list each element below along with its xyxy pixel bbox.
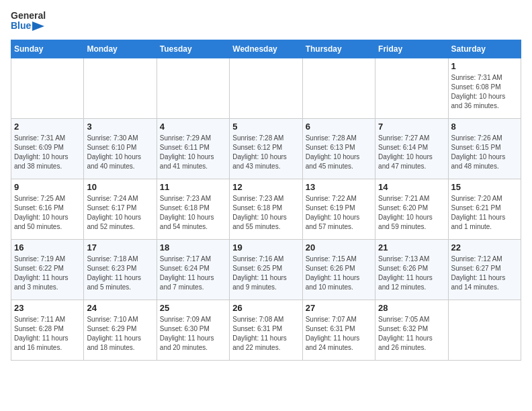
day-number: 8 xyxy=(451,122,518,132)
day-info: Sunrise: 7:28 AM Sunset: 6:12 PM Dayligh… xyxy=(232,134,299,171)
calendar-cell: 26Sunrise: 7:08 AM Sunset: 6:31 PM Dayli… xyxy=(230,300,302,360)
calendar-cell xyxy=(375,58,448,118)
calendar-cell: 3Sunrise: 7:30 AM Sunset: 6:10 PM Daylig… xyxy=(84,118,157,179)
day-number: 19 xyxy=(232,242,299,253)
calendar-cell: 27Sunrise: 7:07 AM Sunset: 6:31 PM Dayli… xyxy=(302,300,375,360)
calendar-cell xyxy=(302,58,375,118)
calendar-cell xyxy=(448,300,521,360)
calendar-cell: 25Sunrise: 7:09 AM Sunset: 6:30 PM Dayli… xyxy=(157,300,229,360)
calendar-cell: 8Sunrise: 7:26 AM Sunset: 6:15 PM Daylig… xyxy=(448,118,521,179)
calendar-cell: 20Sunrise: 7:15 AM Sunset: 6:26 PM Dayli… xyxy=(302,239,375,300)
day-info: Sunrise: 7:31 AM Sunset: 6:08 PM Dayligh… xyxy=(451,73,518,111)
logo: General Blue xyxy=(11,11,46,32)
day-info: Sunrise: 7:16 AM Sunset: 6:25 PM Dayligh… xyxy=(232,255,299,292)
day-info: Sunrise: 7:26 AM Sunset: 6:15 PM Dayligh… xyxy=(451,134,518,171)
calendar-cell: 7Sunrise: 7:27 AM Sunset: 6:14 PM Daylig… xyxy=(375,118,448,179)
calendar-cell xyxy=(230,58,302,118)
day-number: 9 xyxy=(14,182,81,192)
day-number: 18 xyxy=(160,242,226,253)
calendar-table: SundayMondayTuesdayWednesdayThursdayFrid… xyxy=(11,40,521,361)
day-number: 28 xyxy=(378,303,445,313)
day-number: 21 xyxy=(378,242,445,253)
calendar-cell: 1Sunrise: 7:31 AM Sunset: 6:08 PM Daylig… xyxy=(448,58,521,118)
col-header-sunday: Sunday xyxy=(11,40,84,58)
day-number: 10 xyxy=(87,182,153,192)
logo-container: General Blue xyxy=(11,11,46,32)
day-number: 16 xyxy=(14,242,81,253)
day-number: 26 xyxy=(232,303,299,313)
calendar-cell: 17Sunrise: 7:18 AM Sunset: 6:23 PM Dayli… xyxy=(84,239,157,300)
calendar-cell: 2Sunrise: 7:31 AM Sunset: 6:09 PM Daylig… xyxy=(11,118,84,179)
day-number: 14 xyxy=(378,182,445,192)
day-info: Sunrise: 7:05 AM Sunset: 6:32 PM Dayligh… xyxy=(378,315,445,353)
day-info: Sunrise: 7:19 AM Sunset: 6:22 PM Dayligh… xyxy=(14,255,81,292)
calendar-cell xyxy=(157,58,229,118)
day-info: Sunrise: 7:22 AM Sunset: 6:19 PM Dayligh… xyxy=(306,194,372,232)
calendar-cell: 15Sunrise: 7:20 AM Sunset: 6:21 PM Dayli… xyxy=(448,179,521,239)
page-header: General Blue xyxy=(11,11,521,32)
day-number: 2 xyxy=(14,122,81,132)
day-number: 20 xyxy=(306,242,372,253)
day-number: 7 xyxy=(378,122,445,132)
day-number: 3 xyxy=(87,122,153,132)
col-header-friday: Friday xyxy=(375,40,448,58)
day-info: Sunrise: 7:30 AM Sunset: 6:10 PM Dayligh… xyxy=(87,134,153,171)
calendar-cell xyxy=(11,58,84,118)
calendar-cell: 28Sunrise: 7:05 AM Sunset: 6:32 PM Dayli… xyxy=(375,300,448,360)
day-number: 22 xyxy=(451,242,518,253)
day-info: Sunrise: 7:23 AM Sunset: 6:18 PM Dayligh… xyxy=(232,194,299,232)
calendar-cell xyxy=(84,58,157,118)
day-number: 25 xyxy=(160,303,226,313)
calendar-cell: 16Sunrise: 7:19 AM Sunset: 6:22 PM Dayli… xyxy=(11,239,84,300)
day-number: 27 xyxy=(306,303,372,313)
col-header-wednesday: Wednesday xyxy=(230,40,302,58)
day-info: Sunrise: 7:31 AM Sunset: 6:09 PM Dayligh… xyxy=(14,134,81,171)
day-info: Sunrise: 7:18 AM Sunset: 6:23 PM Dayligh… xyxy=(87,255,153,292)
calendar-cell: 6Sunrise: 7:28 AM Sunset: 6:13 PM Daylig… xyxy=(302,118,375,179)
day-info: Sunrise: 7:15 AM Sunset: 6:26 PM Dayligh… xyxy=(306,255,372,292)
col-header-monday: Monday xyxy=(84,40,157,58)
calendar-cell: 14Sunrise: 7:21 AM Sunset: 6:20 PM Dayli… xyxy=(375,179,448,239)
day-info: Sunrise: 7:25 AM Sunset: 6:16 PM Dayligh… xyxy=(14,194,81,232)
day-info: Sunrise: 7:09 AM Sunset: 6:30 PM Dayligh… xyxy=(160,315,226,353)
day-number: 4 xyxy=(160,122,226,132)
day-info: Sunrise: 7:11 AM Sunset: 6:28 PM Dayligh… xyxy=(14,315,81,353)
day-info: Sunrise: 7:28 AM Sunset: 6:13 PM Dayligh… xyxy=(306,134,372,171)
calendar-cell: 5Sunrise: 7:28 AM Sunset: 6:12 PM Daylig… xyxy=(230,118,302,179)
logo-general: General xyxy=(11,11,46,21)
day-info: Sunrise: 7:20 AM Sunset: 6:21 PM Dayligh… xyxy=(451,194,518,232)
day-number: 5 xyxy=(232,122,299,132)
day-number: 1 xyxy=(451,61,518,71)
calendar-cell: 11Sunrise: 7:23 AM Sunset: 6:18 PM Dayli… xyxy=(157,179,229,239)
day-number: 13 xyxy=(306,182,372,192)
day-number: 17 xyxy=(87,242,153,253)
day-info: Sunrise: 7:24 AM Sunset: 6:17 PM Dayligh… xyxy=(87,194,153,232)
calendar-cell: 4Sunrise: 7:29 AM Sunset: 6:11 PM Daylig… xyxy=(157,118,229,179)
calendar-cell: 24Sunrise: 7:10 AM Sunset: 6:29 PM Dayli… xyxy=(84,300,157,360)
calendar-cell: 18Sunrise: 7:17 AM Sunset: 6:24 PM Dayli… xyxy=(157,239,229,300)
day-number: 11 xyxy=(160,182,226,192)
calendar-cell: 22Sunrise: 7:12 AM Sunset: 6:27 PM Dayli… xyxy=(448,239,521,300)
col-header-saturday: Saturday xyxy=(448,40,521,58)
day-info: Sunrise: 7:17 AM Sunset: 6:24 PM Dayligh… xyxy=(160,255,226,292)
day-number: 24 xyxy=(87,303,153,313)
day-info: Sunrise: 7:07 AM Sunset: 6:31 PM Dayligh… xyxy=(306,315,372,353)
day-info: Sunrise: 7:08 AM Sunset: 6:31 PM Dayligh… xyxy=(232,315,299,353)
calendar-cell: 21Sunrise: 7:13 AM Sunset: 6:26 PM Dayli… xyxy=(375,239,448,300)
logo-arrow-icon xyxy=(32,21,44,31)
logo-blue: Blue xyxy=(11,21,31,31)
svg-marker-0 xyxy=(32,21,44,31)
day-info: Sunrise: 7:10 AM Sunset: 6:29 PM Dayligh… xyxy=(87,315,153,353)
day-info: Sunrise: 7:29 AM Sunset: 6:11 PM Dayligh… xyxy=(160,134,226,171)
day-info: Sunrise: 7:23 AM Sunset: 6:18 PM Dayligh… xyxy=(160,194,226,232)
day-number: 6 xyxy=(306,122,372,132)
calendar-cell: 12Sunrise: 7:23 AM Sunset: 6:18 PM Dayli… xyxy=(230,179,302,239)
calendar-cell: 23Sunrise: 7:11 AM Sunset: 6:28 PM Dayli… xyxy=(11,300,84,360)
day-info: Sunrise: 7:12 AM Sunset: 6:27 PM Dayligh… xyxy=(451,255,518,292)
col-header-thursday: Thursday xyxy=(302,40,375,58)
col-header-tuesday: Tuesday xyxy=(157,40,229,58)
day-info: Sunrise: 7:27 AM Sunset: 6:14 PM Dayligh… xyxy=(378,134,445,171)
day-info: Sunrise: 7:13 AM Sunset: 6:26 PM Dayligh… xyxy=(378,255,445,292)
calendar-cell: 19Sunrise: 7:16 AM Sunset: 6:25 PM Dayli… xyxy=(230,239,302,300)
day-number: 15 xyxy=(451,182,518,192)
